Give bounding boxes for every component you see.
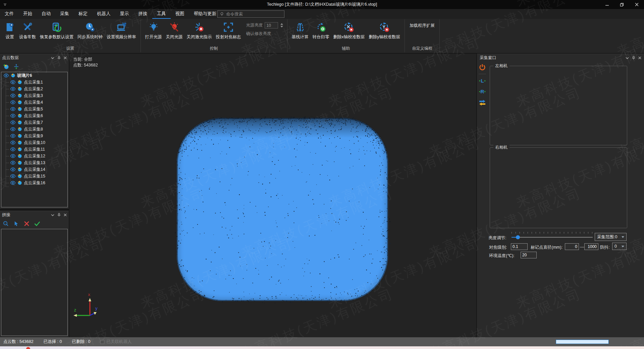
- eye-icon[interactable]: [10, 80, 16, 84]
- eye-icon[interactable]: [10, 114, 16, 118]
- delete-y-calibration-button[interactable]: 删除y轴校准数据: [367, 20, 402, 41]
- ambient-temp-input[interactable]: [521, 252, 537, 258]
- settings-button[interactable]: 设置: [3, 20, 17, 41]
- cursor-icon[interactable]: [13, 220, 19, 227]
- tree-item[interactable]: 点云采集15: [6, 173, 67, 180]
- eye-icon[interactable]: [10, 181, 16, 185]
- eye-icon[interactable]: [10, 120, 16, 124]
- power-icon[interactable]: [478, 63, 486, 71]
- menu-tab[interactable]: 文件: [0, 9, 18, 19]
- eye-icon[interactable]: [10, 141, 16, 145]
- menu-tab[interactable]: 自动: [37, 9, 55, 19]
- tree-item[interactable]: 点云采集1: [6, 79, 67, 86]
- menu-tab[interactable]: 视图: [171, 9, 189, 19]
- device-constants-button[interactable]: 设备常数: [17, 20, 38, 41]
- menu-tab[interactable]: 机器人: [92, 9, 115, 19]
- right-camera-icon[interactable]: R: [478, 88, 486, 96]
- pin-icon[interactable]: [632, 56, 635, 60]
- tree-item[interactable]: 点云采集11: [6, 146, 67, 153]
- close-icon[interactable]: [64, 56, 67, 59]
- zoom-select-icon[interactable]: [3, 220, 9, 227]
- spinner-arrows-icon[interactable]: [280, 23, 283, 28]
- tree-item-label: 点云采集15: [24, 173, 45, 179]
- tree-item-root[interactable]: 玻璃片6: [1, 72, 67, 79]
- ribbon-group-label: 自定义编程: [408, 44, 437, 53]
- tree-item[interactable]: 点云采集5: [6, 106, 67, 112]
- minimize-button[interactable]: [600, 0, 614, 9]
- eye-icon[interactable]: [3, 73, 9, 78]
- eye-icon[interactable]: [10, 134, 16, 138]
- turntable-zero-button[interactable]: 转台归零: [311, 20, 331, 41]
- menu-tab[interactable]: 工具: [152, 9, 171, 19]
- eye-icon[interactable]: [10, 127, 16, 131]
- close-icon[interactable]: [638, 56, 641, 59]
- pin-icon[interactable]: [57, 56, 61, 60]
- chevron-down-icon[interactable]: [51, 57, 54, 59]
- slider-handle[interactable]: [516, 235, 520, 239]
- tree-item[interactable]: 点云采集14: [6, 166, 67, 173]
- chevron-down-icon[interactable]: [626, 57, 629, 59]
- eye-icon[interactable]: [10, 107, 16, 111]
- tree-item[interactable]: 点云采集16: [6, 180, 67, 186]
- menu-tab[interactable]: 帮助与更新: [189, 9, 221, 19]
- close-button[interactable]: [629, 0, 644, 9]
- tree-item[interactable]: 点云采集7: [6, 119, 67, 126]
- baseline-calc-button[interactable]: 基线计算: [290, 20, 310, 41]
- splice-list[interactable]: [1, 229, 68, 336]
- tree-item[interactable]: 点云采集10: [6, 139, 67, 146]
- chevron-down-icon[interactable]: [51, 214, 54, 216]
- eye-icon[interactable]: [10, 161, 16, 165]
- tree-item[interactable]: 点云采集9: [6, 133, 67, 139]
- tree-item[interactable]: 点云采集4: [6, 99, 67, 106]
- confirm-brightness-button[interactable]: 确认修改亮度: [246, 31, 271, 37]
- eye-icon[interactable]: [10, 100, 16, 104]
- restore-defaults-button[interactable]: 恢复参数默认设置: [38, 20, 75, 41]
- brightness-spinner[interactable]: 10: [265, 22, 278, 29]
- tree-item[interactable]: 点云采集3: [6, 92, 67, 99]
- pin-icon[interactable]: [57, 213, 61, 217]
- eye-icon[interactable]: [10, 87, 16, 91]
- marker-min-input[interactable]: [565, 243, 579, 250]
- brightness-slider[interactable]: [512, 237, 593, 238]
- confirm-icon[interactable]: [34, 220, 40, 227]
- eye-icon[interactable]: [10, 94, 16, 98]
- swap-cameras-icon[interactable]: [478, 98, 486, 106]
- focus-level-input[interactable]: [511, 243, 528, 250]
- marker-max-input[interactable]: [584, 243, 598, 250]
- light-on-button[interactable]: 打开光源: [144, 20, 164, 41]
- eye-icon[interactable]: [10, 174, 16, 178]
- light-off-button[interactable]: 关闭光源: [164, 20, 184, 41]
- menu-tab[interactable]: 显示: [115, 9, 134, 19]
- focus-mark-button[interactable]: 投射对焦标志: [214, 20, 243, 41]
- menu-tab[interactable]: 拼接: [134, 9, 152, 19]
- tree-item[interactable]: 点云采集13: [6, 159, 67, 166]
- tree-item-label: 点云采集1: [24, 80, 43, 85]
- toolbar-divider: [479, 74, 486, 74]
- tree-item[interactable]: 点云采集12: [6, 153, 67, 159]
- eye-icon[interactable]: [10, 167, 16, 171]
- sync-clock-button[interactable]: 同步系统时钟: [76, 20, 104, 41]
- delete-x-calibration-button[interactable]: 删除x轴校准数据: [332, 20, 367, 41]
- tree-item[interactable]: 点云采集6: [6, 112, 67, 119]
- command-search-box[interactable]: [217, 10, 284, 18]
- load-extension-button[interactable]: 加载程序扩展: [408, 20, 437, 31]
- menu-tab[interactable]: 采集: [55, 9, 74, 19]
- eye-icon[interactable]: [10, 147, 16, 151]
- tree-item[interactable]: 点云采集8: [6, 126, 67, 133]
- menu-tab[interactable]: 标定: [74, 9, 92, 19]
- menu-tab[interactable]: 开始: [18, 9, 37, 19]
- laser-off-button[interactable]: 关闭激光指示: [185, 20, 214, 41]
- delete-icon[interactable]: [23, 220, 30, 227]
- video-resolution-button[interactable]: 设置视频分辨率: [105, 20, 138, 41]
- restore-button[interactable]: [614, 0, 629, 9]
- capture-range-dropdown[interactable]: 采集范围:0: [595, 233, 627, 241]
- close-icon[interactable]: [64, 213, 67, 216]
- merge-align-icon[interactable]: [13, 63, 19, 70]
- add-pointcloud-icon[interactable]: [3, 63, 9, 70]
- pointcloud-canvas[interactable]: [69, 54, 476, 337]
- eye-icon[interactable]: [10, 154, 16, 158]
- left-camera-icon[interactable]: L: [478, 77, 486, 85]
- tree-item[interactable]: 点云采集2: [6, 86, 67, 92]
- antishake-dropdown[interactable]: 0: [612, 243, 627, 250]
- search-input[interactable]: [226, 12, 282, 16]
